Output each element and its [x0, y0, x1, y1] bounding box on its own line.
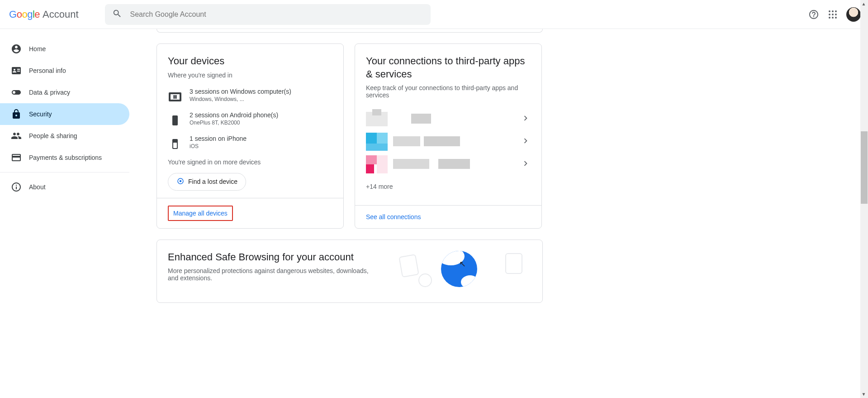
- svg-point-2: [835, 10, 837, 12]
- safe-browsing-subtitle: More personalized protections against da…: [168, 267, 376, 282]
- svg-point-8: [835, 17, 837, 19]
- connections-subtitle: Keep track of your connections to third-…: [366, 84, 531, 99]
- svg-point-5: [835, 14, 837, 15]
- main-content: Your devices Where you're signed in 3 se…: [129, 29, 868, 398]
- info-icon: [11, 182, 22, 192]
- find-device-label: Find a lost device: [188, 178, 237, 185]
- lock-icon: [11, 109, 22, 120]
- search-icon: [112, 9, 122, 20]
- device-row: 2 sessions on Android phone(s) OnePlus 8…: [168, 111, 332, 128]
- connection-row[interactable]: [366, 153, 531, 176]
- safe-browsing-card: Enhanced Safe Browsing for your account …: [157, 240, 543, 303]
- sidebar-item-personal-info[interactable]: Personal info: [0, 60, 129, 82]
- sidebar-item-label: Payments & subscriptions: [29, 154, 102, 161]
- sidebar-item-security[interactable]: Security: [0, 103, 129, 125]
- more-devices-text: You're signed in on more devices: [168, 158, 332, 166]
- android-phone-icon: [168, 113, 182, 128]
- device-sub: OnePlus 8T, KB2000: [190, 120, 278, 126]
- svg-point-6: [829, 17, 830, 19]
- partial-card-bottom: [157, 29, 543, 33]
- connections-card: Your connections to third-party apps & s…: [355, 43, 542, 229]
- redacted-content: [393, 135, 521, 148]
- svg-point-10: [180, 180, 182, 182]
- svg-point-3: [829, 14, 830, 15]
- search-bar[interactable]: [105, 4, 431, 25]
- scroll-up-arrow[interactable]: ▲: [860, 0, 867, 8]
- sidebar-item-label: Security: [29, 110, 52, 118]
- header: Google Account: [0, 0, 868, 29]
- sidebar-item-payments[interactable]: Payments & subscriptions: [0, 147, 129, 168]
- scrollbar-thumb[interactable]: [861, 131, 868, 204]
- sidebar-item-label: Home: [29, 45, 46, 53]
- scrollbar[interactable]: ▲ ▼: [860, 0, 868, 398]
- logo[interactable]: Google Account: [9, 9, 79, 20]
- devices-card: Your devices Where you're signed in 3 se…: [157, 43, 344, 229]
- device-row: 1 session on iPhone iOS: [168, 135, 332, 151]
- device-title: 3 sessions on Windows computer(s): [190, 88, 291, 95]
- chevron-right-icon: [521, 113, 531, 125]
- devices-title: Your devices: [168, 55, 332, 68]
- sidebar-item-data-privacy[interactable]: Data & privacy: [0, 82, 129, 103]
- find-lost-device-button[interactable]: Find a lost device: [168, 173, 246, 191]
- sidebar-item-home[interactable]: Home: [0, 38, 129, 60]
- divider: [0, 172, 129, 173]
- devices-subtitle: Where you're signed in: [168, 72, 332, 79]
- safe-browsing-title: Enhanced Safe Browsing for your account: [168, 251, 385, 264]
- svg-point-7: [832, 17, 834, 19]
- search-input[interactable]: [130, 10, 423, 19]
- help-icon[interactable]: [808, 9, 819, 20]
- account-circle-icon: [11, 43, 22, 54]
- sidebar-item-people-sharing[interactable]: People & sharing: [0, 125, 129, 147]
- chevron-right-icon: [521, 136, 531, 148]
- svg-point-4: [832, 14, 834, 15]
- laptop-icon: [168, 90, 182, 104]
- target-icon: [176, 177, 185, 187]
- apps-icon[interactable]: [827, 9, 838, 20]
- device-title: 1 session on iPhone: [190, 135, 247, 142]
- badge-icon: [11, 65, 22, 76]
- device-row: 3 sessions on Windows computer(s) Window…: [168, 88, 332, 104]
- account-label: Account: [43, 9, 79, 20]
- redacted-content: [393, 158, 521, 171]
- sidebar: Home Personal info Data & privacy Securi…: [0, 29, 129, 398]
- toggle-icon: [11, 87, 22, 98]
- see-all-connections-link[interactable]: See all connections: [366, 213, 421, 221]
- sidebar-item-label: About: [29, 183, 46, 191]
- device-sub: Windows, Windows, ...: [190, 96, 291, 102]
- iphone-icon: [168, 137, 182, 151]
- credit-card-icon: [11, 152, 22, 163]
- app-icon: [366, 131, 388, 153]
- more-connections-count: +14 more: [366, 183, 531, 190]
- device-sub: iOS: [190, 143, 247, 149]
- svg-point-0: [829, 10, 830, 12]
- scroll-down-arrow[interactable]: ▼: [860, 390, 867, 398]
- sidebar-item-label: Personal info: [29, 67, 66, 74]
- connection-row[interactable]: [366, 130, 531, 153]
- app-icon: [366, 153, 388, 175]
- manage-all-devices-link[interactable]: Manage all devices: [173, 210, 228, 217]
- connection-row[interactable]: [366, 108, 531, 130]
- people-icon: [11, 130, 22, 141]
- chevron-right-icon: [521, 158, 531, 170]
- redacted-content: [393, 113, 521, 125]
- connections-title: Your connections to third-party apps & s…: [366, 55, 531, 81]
- app-icon: [366, 108, 388, 130]
- google-logo: Google: [9, 9, 40, 20]
- safe-browsing-illustration: ↖: [396, 251, 531, 292]
- sidebar-item-label: People & sharing: [29, 132, 77, 139]
- manage-devices-highlight: Manage all devices: [168, 206, 233, 221]
- sidebar-item-label: Data & privacy: [29, 89, 70, 96]
- device-title: 2 sessions on Android phone(s): [190, 111, 278, 119]
- svg-point-1: [832, 10, 834, 12]
- avatar[interactable]: [846, 7, 861, 22]
- sidebar-item-about[interactable]: About: [0, 176, 129, 198]
